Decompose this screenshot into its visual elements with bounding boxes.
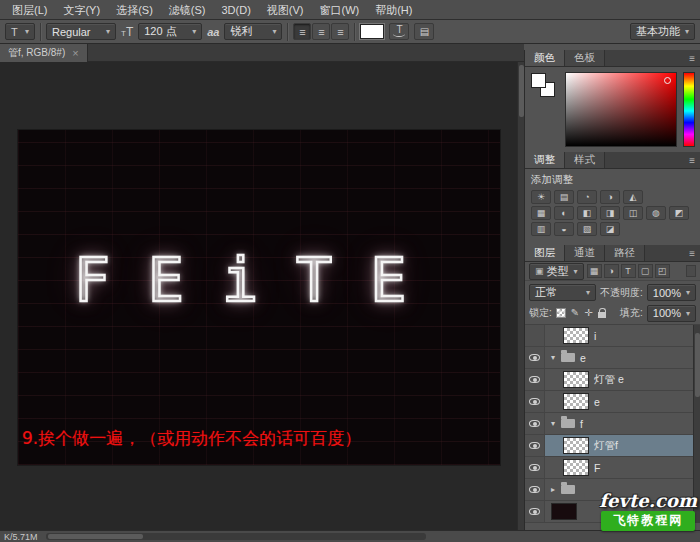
foreground-background-swatches[interactable] <box>531 73 561 103</box>
layer-thumbnail[interactable] <box>563 437 589 454</box>
visibility-toggle[interactable] <box>525 501 545 522</box>
text-align-group <box>293 23 349 40</box>
menu-item-5[interactable]: 3D(D) <box>213 0 258 20</box>
layer-thumbnail[interactable] <box>563 327 589 344</box>
panel-menu-icon[interactable]: ≡ <box>684 50 700 66</box>
tab-paths[interactable]: 路径 <box>605 245 645 261</box>
lock-position-icon[interactable]: ✛ <box>584 308 592 318</box>
fill-select[interactable]: 100% <box>647 305 696 322</box>
expand-arrow-icon[interactable]: ▸ <box>548 485 558 494</box>
align-center-button[interactable] <box>312 23 330 40</box>
menu-item-2[interactable]: 文字(Y) <box>55 0 108 20</box>
layer-filter-kind-select[interactable]: 类型 <box>529 263 584 280</box>
hue-saturation-icon[interactable]: ▦ <box>531 206 551 220</box>
tool-preset-picker[interactable]: T <box>5 23 35 40</box>
warp-text-icon[interactable] <box>389 23 409 40</box>
tab-styles[interactable]: 样式 <box>565 152 605 168</box>
anti-alias-select[interactable]: 锐利 <box>224 23 282 40</box>
canvas-vertical-scrollbar[interactable] <box>517 62 524 530</box>
color-cursor-icon[interactable] <box>664 77 671 84</box>
tab-adjustments[interactable]: 调整 <box>525 152 565 168</box>
layer-filter-toggle[interactable] <box>686 265 696 277</box>
collapse-arrow-icon[interactable]: ▾ <box>548 419 558 428</box>
blend-mode-select[interactable]: 正常 <box>529 284 596 301</box>
brightness-contrast-icon[interactable]: ☀ <box>531 190 551 204</box>
workspace-select[interactable]: 基本功能 <box>630 23 695 40</box>
align-left-button[interactable] <box>293 23 311 40</box>
visibility-toggle[interactable] <box>525 413 545 434</box>
saturation-brightness-field[interactable] <box>565 72 677 147</box>
lock-transparent-pixels-icon[interactable] <box>556 308 566 318</box>
visibility-toggle[interactable] <box>525 369 545 390</box>
layer-thumbnail[interactable] <box>563 371 589 388</box>
layer-row[interactable]: 灯管f <box>525 435 700 457</box>
font-style-select[interactable]: Regular <box>46 23 116 40</box>
layer-thumbnail[interactable] <box>563 459 589 476</box>
color-lookup-icon[interactable]: ◍ <box>646 206 666 220</box>
layer-row[interactable]: e <box>525 391 700 413</box>
menu-item-4[interactable]: 滤镜(S) <box>161 0 214 20</box>
layer-group-row[interactable]: ▾e <box>525 347 700 369</box>
gradient-map-icon[interactable]: ▧ <box>577 222 597 236</box>
visibility-toggle[interactable] <box>525 435 545 456</box>
invert-icon[interactable]: ◩ <box>669 206 689 220</box>
curves-icon[interactable]: ◔ <box>577 190 597 204</box>
menu-item-3[interactable]: 选择(S) <box>108 0 161 20</box>
levels-icon[interactable]: ▤ <box>554 190 574 204</box>
lock-image-pixels-icon[interactable]: ✎ <box>571 308 579 318</box>
filter-type-layers-icon[interactable]: T <box>621 264 636 278</box>
layer-thumbnail[interactable] <box>563 393 589 410</box>
layer-filter-row: 类型 ▦◑T▢◰ <box>525 262 700 281</box>
layer-row[interactable]: 灯管 e <box>525 369 700 391</box>
color-balance-icon[interactable]: ◐ <box>554 206 574 220</box>
text-color-swatch[interactable] <box>360 24 384 39</box>
canvas-horizontal-scrollbar[interactable] <box>46 533 426 540</box>
tab-layers[interactable]: 图层 <box>525 245 565 261</box>
posterize-icon[interactable]: ▥ <box>531 222 551 236</box>
filter-pixel-layers-icon[interactable]: ▦ <box>587 264 602 278</box>
close-tab-icon[interactable]: × <box>72 47 78 59</box>
document-image[interactable]: FEiTE 9.挨个做一遍，（或用动作不会的话可百度） <box>18 130 500 465</box>
selective-color-icon[interactable]: ◪ <box>600 222 620 236</box>
threshold-icon[interactable]: ◒ <box>554 222 574 236</box>
hue-slider[interactable] <box>683 72 695 147</box>
menu-item-8[interactable]: 帮助(H) <box>367 0 420 20</box>
vibrance-icon[interactable]: ◭ <box>623 190 643 204</box>
panel-menu-icon[interactable]: ≡ <box>684 152 700 168</box>
document-tab[interactable]: 管f, RGB/8#) × <box>0 44 88 62</box>
font-size-select[interactable]: 120 点 <box>138 23 202 40</box>
lock-all-icon[interactable] <box>598 312 606 318</box>
layer-group-row[interactable]: ▾f <box>525 413 700 435</box>
canvas-area[interactable]: FEiTE 9.挨个做一遍，（或用动作不会的话可百度） <box>0 62 517 530</box>
foreground-color-swatch[interactable] <box>531 73 546 88</box>
align-right-button[interactable] <box>331 23 349 40</box>
folder-icon <box>561 353 575 362</box>
visibility-toggle[interactable] <box>525 347 545 368</box>
scrollbar-thumb[interactable] <box>48 534 143 539</box>
tab-swatches[interactable]: 色板 <box>565 50 605 66</box>
visibility-toggle[interactable] <box>525 457 545 478</box>
visibility-toggle[interactable] <box>525 325 545 346</box>
layer-row[interactable]: F <box>525 457 700 479</box>
channel-mixer-icon[interactable]: ◫ <box>623 206 643 220</box>
visibility-toggle[interactable] <box>525 479 545 500</box>
panel-menu-icon[interactable]: ≡ <box>684 245 700 261</box>
tab-color[interactable]: 颜色 <box>525 50 565 66</box>
photo-filter-icon[interactable]: ◨ <box>600 206 620 220</box>
filter-shape-layers-icon[interactable]: ▢ <box>638 264 653 278</box>
tab-channels[interactable]: 通道 <box>565 245 605 261</box>
menu-item-1[interactable]: 图层(L) <box>4 0 55 20</box>
exposure-icon[interactable]: ◑ <box>600 190 620 204</box>
layer-row[interactable]: i <box>525 325 700 347</box>
black-white-icon[interactable]: ◧ <box>577 206 597 220</box>
opacity-select[interactable]: 100% <box>647 284 696 301</box>
scrollbar-thumb[interactable] <box>695 333 700 397</box>
layer-thumbnail[interactable] <box>551 503 577 520</box>
collapse-arrow-icon[interactable]: ▾ <box>548 353 558 362</box>
toggle-panels-icon[interactable] <box>414 23 434 40</box>
visibility-toggle[interactable] <box>525 391 545 412</box>
filter-adjustment-layers-icon[interactable]: ◑ <box>604 264 619 278</box>
menu-item-6[interactable]: 视图(V) <box>259 0 312 20</box>
menu-item-7[interactable]: 窗口(W) <box>311 0 367 20</box>
filter-smart-objects-icon[interactable]: ◰ <box>655 264 670 278</box>
